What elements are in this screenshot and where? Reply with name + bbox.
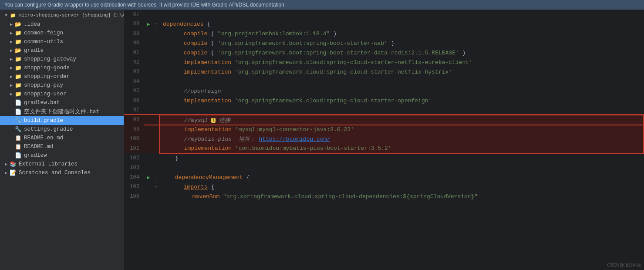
sidebar-item-label-user: shopping-user	[24, 91, 67, 97]
line-number: 103	[124, 163, 144, 172]
sidebar-item-scratches[interactable]: ▶ 📝 Scratches and Consoles	[0, 169, 124, 177]
line-number: 99	[124, 125, 144, 134]
sidebar-item-label-common-feign: common-feign	[24, 30, 63, 36]
sidebar-item-label-empty-bat: 空文件夹下创建临时文件.bat	[24, 108, 99, 115]
project-root[interactable]: ▼ 📁 micro-shopping-server [shopping] C:\…	[0, 10, 124, 20]
sidebar-item-gradlew[interactable]: ▶ 📄 gradlew	[0, 151, 124, 160]
line-number: 106	[124, 192, 144, 201]
sidebar-item-label-common-utils: common-utils	[24, 39, 63, 45]
pay-icon: 📁	[15, 82, 22, 89]
line-gutter	[144, 192, 153, 201]
user-arrow: ▶	[9, 91, 14, 97]
line-fold	[153, 86, 159, 96]
sidebar-item-shopping-pay[interactable]: ▶ 📁 shopping-pay	[0, 81, 124, 90]
sidebar-item-build-gradle[interactable]: ▶ 🔧 build.gradle	[0, 116, 124, 125]
sidebar-item-label-readme: README.md	[24, 144, 54, 150]
editor-area[interactable]: 87 88 ▶ ⌐ dependencies {	[124, 10, 644, 270]
string: "org.springframework.cloud:spring-cloud-…	[223, 193, 478, 200]
sidebar[interactable]: ▼ 📁 micro-shopping-server [shopping] C:\…	[0, 10, 124, 270]
line-code	[159, 77, 644, 86]
keyword: mavenBom	[192, 193, 219, 200]
line-number: 90	[124, 38, 144, 48]
comment: //openfeign	[184, 88, 221, 94]
keyword: compile	[184, 40, 208, 47]
code-text: {	[211, 184, 214, 190]
table-row: 93 implementation 'org.springframework.c…	[124, 67, 644, 77]
line-gutter	[144, 86, 153, 96]
sidebar-item-readme[interactable]: ▶ 📋 README.md	[0, 142, 124, 151]
line-code: implementation 'com.baomidou:mybatis-plu…	[159, 144, 644, 153]
line-fold	[153, 10, 159, 19]
sidebar-item-shopping-order[interactable]: ▶ 📁 shopping-order	[0, 72, 124, 81]
sidebar-item-gradlew-bat[interactable]: ▶ 📄 gradlew.bat	[0, 98, 124, 107]
line-number: 87	[124, 10, 144, 19]
sidebar-item-common-utils[interactable]: ▶ 📁 common-utils	[0, 37, 124, 46]
sidebar-item-external-libs[interactable]: ▶ 📚 External Libraries	[0, 160, 124, 169]
line-gutter	[144, 57, 153, 67]
line-number: 100	[124, 134, 144, 144]
idea-arrow: ▶	[9, 22, 14, 27]
sidebar-item-label-pay: shopping-pay	[24, 82, 63, 88]
sidebar-item-settings-gradle[interactable]: ▶ 🔧 settings.gradle	[0, 125, 124, 134]
line-fold	[153, 77, 159, 86]
string: 'org.springframework.boot:spring-boot-st…	[218, 50, 459, 56]
string: 'org.springframework.cloud:spring-cloud-…	[235, 69, 452, 75]
gradle-arrow: ▶	[9, 48, 14, 53]
mybatis-link[interactable]: https://baomidou.com/	[259, 136, 330, 142]
sidebar-item-shopping-gateway[interactable]: ▶ 📁 shopping-gateway	[0, 55, 124, 64]
sidebar-item-label-build-gradle: build.gradle	[24, 118, 63, 124]
line-fold	[153, 134, 159, 144]
idea-folder-icon: 📂	[15, 21, 22, 28]
code-table: 87 88 ▶ ⌐ dependencies {	[124, 10, 644, 201]
line-code: implementation 'org.springframework.clou…	[159, 67, 644, 77]
sidebar-item-gradle[interactable]: ▶ 📂 gradle	[0, 46, 124, 55]
gradle-icon: 📂	[15, 47, 22, 54]
table-row: 88 ▶ ⌐ dependencies {	[124, 19, 644, 29]
sidebar-item-label-scratches: Scratches and Consoles	[19, 170, 91, 176]
line-number: 88	[124, 19, 144, 29]
root-arrow: ▼	[3, 13, 9, 18]
watermark: CSDN@顶立科技	[607, 262, 642, 268]
sidebar-item-readme-en[interactable]: ▶ 📋 README.en.md	[0, 134, 124, 142]
table-row: 102 }	[124, 153, 644, 163]
order-icon: 📁	[15, 73, 22, 80]
line-gutter	[144, 163, 153, 172]
line-code: compile ( "org.projectlombok:lombok:1.18…	[159, 29, 644, 38]
notification-bar: You can configure Gradle wrapper to use …	[0, 0, 644, 10]
line-fold	[153, 144, 159, 153]
line-fold	[153, 163, 159, 172]
goods-icon: 📁	[15, 64, 22, 71]
table-row: 104 ▶ ⌐ dependencyManagement {	[124, 172, 644, 182]
sidebar-item-shopping-goods[interactable]: ▶ 📁 shopping-goods	[0, 64, 124, 72]
code-text: (	[211, 30, 214, 37]
gradlew-bat-icon: 📄	[15, 99, 22, 106]
line-code: implementation 'org.springframework.clou…	[159, 57, 644, 67]
line-gutter	[144, 144, 153, 153]
line-number: 101	[124, 144, 144, 153]
line-gutter	[144, 105, 153, 115]
scratches-arrow: ▶	[3, 170, 9, 176]
external-libs-arrow: ▶	[3, 162, 9, 167]
line-code: //mybatis-plus 地址： https://baomidou.com/	[159, 134, 644, 144]
sidebar-item-shopping-user[interactable]: ▶ 📁 shopping-user	[0, 90, 124, 98]
keyword: implementation	[184, 59, 231, 66]
line-code: compile ( 'org.springframework.boot:spri…	[159, 38, 644, 48]
line-number: 92	[124, 57, 144, 67]
code-text: }	[175, 155, 179, 162]
table-row: 101 implementation 'com.baomidou:mybatis…	[124, 144, 644, 153]
line-code: dependencyManagement {	[159, 172, 644, 182]
line-code: mavenBom "org.springframework.cloud:spri…	[159, 192, 644, 201]
sidebar-item-empty-bat[interactable]: ▶ 📄 空文件夹下创建临时文件.bat	[0, 107, 124, 116]
code-text: )	[333, 30, 337, 37]
gradlew-icon: 📄	[15, 152, 22, 159]
string: "org.projectlombok:lombok:1.18.4"	[218, 30, 330, 37]
sidebar-item-common-feign[interactable]: ▶ 📁 common-feign	[0, 29, 124, 37]
line-number: 97	[124, 105, 144, 115]
line-fold	[153, 96, 159, 105]
table-row: 105 ⌐ imports {	[124, 182, 644, 192]
code-text: {	[246, 174, 250, 181]
comment: 连接	[219, 117, 230, 124]
line-code	[159, 163, 644, 172]
settings-gradle-icon: 🔧	[15, 126, 22, 133]
sidebar-item-idea[interactable]: ▶ 📂 .idea	[0, 20, 124, 29]
